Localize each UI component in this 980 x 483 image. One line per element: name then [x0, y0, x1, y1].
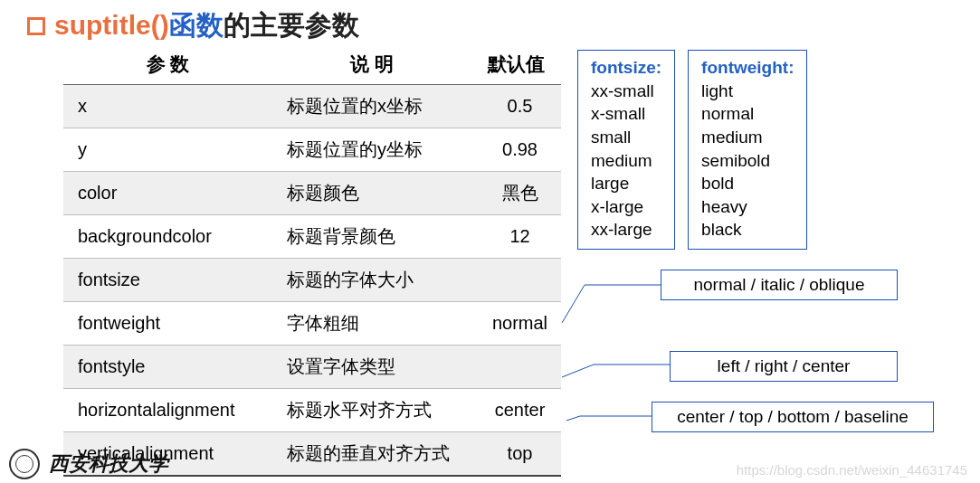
university-name: 西安科技大学 [49, 450, 168, 478]
cell-def: 0.98 [471, 128, 561, 172]
university-seal-icon [9, 449, 40, 479]
fontweight-value: normal [701, 102, 794, 126]
callout-text: center / top / bottom / baseline [677, 407, 909, 426]
cell-desc: 设置字体类型 [272, 346, 471, 389]
params-table: 参 数 说 明 默认值 x标题位置的x坐标0.5 y标题位置的y坐标0.98 c… [63, 48, 561, 477]
fontsize-value: small [591, 126, 661, 149]
cell-desc: 标题位置的x坐标 [272, 85, 471, 128]
callout-text: left / right / center [718, 356, 851, 375]
page-title-row: suptitle()函数的主要参数 [0, 0, 980, 44]
fontweight-value: medium [701, 126, 794, 149]
watermark: https://blog.csdn.net/weixin_44631745 [737, 462, 967, 478]
th-desc: 说 明 [272, 48, 471, 85]
cell-param: fontstyle [63, 346, 272, 389]
table-row: horizontalalignment标题水平对齐方式center [63, 389, 561, 432]
cell-desc: 标题背景颜色 [272, 215, 471, 259]
cell-desc: 字体粗细 [272, 302, 471, 346]
cell-param: color [63, 172, 272, 215]
page-title: suptitle()函数的主要参数 [54, 7, 359, 44]
fontsize-box: fontsize: xx-small x-small small medium … [577, 50, 675, 250]
callout-arrow-icon [562, 355, 671, 381]
cell-def [471, 346, 561, 389]
callout-text: normal / italic / oblique [693, 275, 864, 294]
fontweight-box: fontweight: light normal medium semibold… [688, 50, 807, 250]
table-row: fontstyle设置字体类型 [63, 346, 561, 389]
cell-def: 黑色 [471, 172, 561, 215]
fontweight-value: light [701, 80, 794, 103]
fontweight-value: bold [701, 172, 794, 195]
fontweight-value: black [701, 218, 794, 242]
callout-halign: left / right / center [670, 351, 898, 382]
fontsize-value: xx-large [591, 218, 661, 242]
fontweight-value: semibold [701, 149, 794, 173]
fontweight-heading: fontweight: [701, 56, 794, 80]
cell-desc: 标题颜色 [272, 172, 471, 215]
cell-def: 12 [471, 215, 561, 259]
fontsize-value: xx-small [591, 80, 661, 103]
cell-desc: 标题的字体大小 [272, 259, 471, 302]
fontsize-value: x-large [591, 195, 661, 219]
cell-def: center [471, 389, 561, 432]
cell-param: fontweight [63, 302, 272, 346]
cell-def: normal [471, 302, 561, 346]
cell-desc: 标题水平对齐方式 [272, 389, 471, 432]
side-boxes: fontsize: xx-small x-small small medium … [577, 48, 807, 250]
table-row: x标题位置的x坐标0.5 [63, 85, 561, 128]
cell-param: backgroundcolor [63, 215, 272, 259]
cell-param: x [63, 85, 272, 128]
cell-def: top [471, 432, 561, 477]
cell-param: horizontalalignment [63, 389, 272, 432]
title-func-cn: 函数 [169, 10, 224, 40]
cell-def: 0.5 [471, 85, 561, 128]
table-row: fontsize标题的字体大小 [63, 259, 561, 302]
footer: 西安科技大学 [9, 449, 168, 479]
fontsize-value: large [591, 172, 661, 195]
table-row: backgroundcolor标题背景颜色12 [63, 215, 561, 259]
title-func: suptitle() [54, 10, 169, 40]
cell-desc: 标题的垂直对齐方式 [272, 432, 471, 477]
callout-valign: center / top / bottom / baseline [652, 402, 934, 432]
callout-arrow-icon [566, 410, 652, 422]
title-suffix: 的主要参数 [224, 10, 359, 40]
fontweight-value: heavy [701, 195, 794, 219]
fontsize-heading: fontsize: [591, 56, 661, 80]
cell-desc: 标题位置的y坐标 [272, 128, 471, 172]
table-row: fontweight字体粗细normal [63, 302, 561, 346]
fontsize-value: x-small [591, 102, 661, 126]
cell-param: y [63, 128, 272, 172]
callout-arrow-icon [562, 278, 661, 332]
fontsize-value: medium [591, 149, 661, 173]
table-row: color标题颜色黑色 [63, 172, 561, 215]
cell-param: fontsize [63, 259, 272, 302]
th-param: 参 数 [63, 48, 272, 85]
th-def: 默认值 [471, 48, 561, 85]
table-row: y标题位置的y坐标0.98 [63, 128, 561, 172]
callout-fontstyle: normal / italic / oblique [661, 270, 898, 300]
bullet-icon [27, 17, 45, 35]
cell-def [471, 259, 561, 302]
